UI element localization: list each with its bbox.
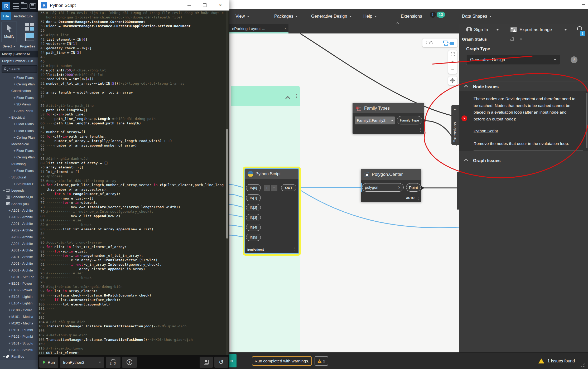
tree-item[interactable]: +E101 - Power [0,280,39,287]
point-output-port[interactable]: Point [406,183,421,192]
notification-count-badge[interactable]: 13 [437,12,445,18]
tree-item[interactable]: +S101 - Structu [0,340,39,347]
tree-item[interactable]: A501 - Archite [0,260,39,267]
editor-scrollbar[interactable] [226,11,228,355]
tree-item[interactable]: +Ceiling Plan [0,134,39,141]
tree-item[interactable]: +Legends [0,187,39,194]
expand-icon[interactable]: + [13,96,16,100]
revit-logo[interactable]: R [2,2,10,10]
node-menu-icon[interactable] [295,247,295,247]
expand-icon[interactable]: + [2,355,6,358]
expand-icon[interactable]: + [13,129,16,133]
python-input-port[interactable]: IN[5] [246,234,261,241]
tree-item[interactable]: −Mechanical [0,141,39,147]
menu-view[interactable]: View [235,9,249,24]
geometry-view-button[interactable] [422,38,440,47]
expand-icon[interactable]: + [13,182,16,186]
ribbon-tab-file[interactable]: File [1,12,11,20]
bell-icon[interactable] [576,26,582,32]
project-browser-search[interactable] [2,65,37,73]
collapse-icon[interactable]: − [8,142,11,146]
collapse-icon[interactable]: − [8,162,11,166]
tree-item[interactable]: +E103 - Lightin [0,293,39,300]
lacing-label[interactable]: AUTO [406,196,415,200]
python-input-port[interactable]: IN[1] [246,194,261,201]
tree-item[interactable]: +Floor Plans [0,147,39,154]
expand-icon[interactable]: + [8,301,11,305]
tree-item[interactable]: +Floor Plans [0,94,39,101]
tree-item[interactable]: −Structural [0,174,39,181]
tree-item[interactable]: +Floor Plans [0,121,39,127]
python-input-port[interactable]: IN[2] [246,204,261,211]
tree-item[interactable]: +Area Plans [0,108,39,114]
collapse-icon[interactable]: − [8,115,11,119]
save-button[interactable] [200,357,213,368]
tree-item[interactable]: A204 - Archite [0,240,39,247]
close-panel-icon[interactable]: × [518,36,524,43]
expand-icon[interactable]: + [8,268,11,272]
polygon-center-node[interactable]: Polygon.Center polygon> Point AUTO [361,169,421,202]
python-out-port[interactable]: OUT [281,184,296,191]
tree-item[interactable]: +Floor Plans [0,74,39,81]
tree-item[interactable]: +P102 - Plumbi [0,333,39,340]
node-issues-section-header[interactable]: Node Issues [459,82,588,91]
revert-button[interactable]: ↺ [214,357,228,368]
graph-view-button[interactable] [440,38,457,47]
zoom-in-button[interactable]: + [448,58,457,66]
close-button[interactable]: × [213,0,228,11]
expand-icon[interactable]: + [13,155,16,159]
family-type-output-port[interactable]: Family Type [397,116,422,124]
help-button[interactable]: ? [122,357,137,368]
tree-item[interactable]: −Sheets (all) [0,201,39,207]
tree-item[interactable]: +Floor Plans [0,167,39,174]
modify-button[interactable]: Modify [2,22,17,42]
expand-icon[interactable]: + [13,102,16,106]
expand-icon[interactable]: + [8,321,11,325]
collapse-icon[interactable]: − [2,202,6,206]
tree-item[interactable]: +3D Views [0,101,39,108]
issue-node-link[interactable]: Python Script [474,128,498,134]
tree-item[interactable]: +G100 - Cover [0,307,39,313]
family-types-node-header[interactable]: Family Types [353,103,424,113]
collapse-icon[interactable]: − [8,175,11,179]
tree-item[interactable]: +M102 - Mecha [0,320,39,327]
polygon-center-node-header[interactable]: Polygon.Center [361,169,421,180]
node-menu-icon[interactable] [420,128,421,129]
expand-icon[interactable]: + [8,288,11,292]
tree-item[interactable]: +P101 - Plumbi [0,327,39,333]
code-area[interactable]: 36#·Lấy·tài·liệu·Revit·hiện·tại·(những·đ… [38,11,229,355]
browser-panel-icon[interactable] [13,3,19,9]
minimize-button[interactable] [576,0,588,9]
family-type-dropdown[interactable]: Family2:Family2 [355,116,395,124]
tree-item[interactable]: +A601 - Archite [0,267,39,273]
search-input[interactable] [9,66,36,72]
expand-icon[interactable]: + [2,188,6,192]
expand-icon[interactable]: + [8,315,11,319]
issues-found-status[interactable]: ! 1 Issues found [538,356,575,366]
node-menu-icon[interactable] [418,197,419,198]
tree-item[interactable]: +Floor Plans [0,128,39,134]
export-as-image-button[interactable]: Export as Image [519,24,552,36]
expand-icon[interactable]: + [8,281,11,285]
expand-icon[interactable]: + [13,76,16,80]
fit-view-button[interactable] [448,50,457,58]
expand-icon[interactable]: + [8,308,11,312]
python-input-port[interactable]: IN[3] [246,214,261,221]
expand-icon[interactable]: + [13,135,16,139]
expand-icon[interactable]: + [13,109,16,113]
scrollbar[interactable] [586,93,587,148]
graph-canvas[interactable]: Family Types Family2:Family2 Family Type… [229,33,459,352]
tree-item[interactable]: −Electrical [0,114,39,121]
menu-data-shapes[interactable]: Data Shapes [462,9,491,24]
expand-icon[interactable]: + [8,341,11,345]
tree-item[interactable]: +Ceiling Plan [0,81,39,88]
ribbon-tab-architecture[interactable]: Architecture [14,12,38,20]
maximize-button[interactable] [198,0,212,11]
expand-icon[interactable]: + [2,195,6,199]
notifications-icon[interactable]: ! [430,12,436,18]
expand-icon[interactable]: + [8,348,11,352]
tree-item[interactable]: +A102 - Archite [0,214,39,220]
tree-item[interactable]: A203 - Archite [0,234,39,240]
expand-icon[interactable]: + [13,122,16,126]
tree-item[interactable]: +A101 - Archite [0,207,39,214]
